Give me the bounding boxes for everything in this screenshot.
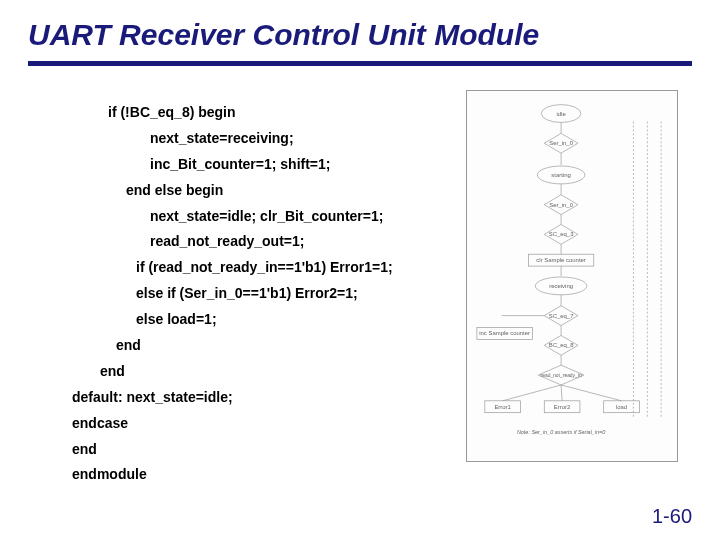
code-block: if (!BC_eq_8) begin next_state=receiving… (72, 100, 452, 488)
diagram-label: Error2 (554, 404, 571, 410)
diagram-label: BC_eq_8 (549, 342, 574, 348)
diagram-label: load (616, 404, 627, 410)
diagram-label: SC_eq_7 (549, 313, 574, 319)
code-line: end (72, 333, 452, 359)
diagram-label: idle (556, 111, 566, 117)
page-title: UART Receiver Control Unit Module (28, 18, 692, 51)
diagram-note: Note: Ser_in_0 asserts if Serial_in=0 (517, 429, 605, 435)
code-line: else if (Ser_in_0==1'b1) Error2=1; (72, 281, 452, 307)
code-line: end (72, 359, 452, 385)
code-line: default: next_state=idle; (72, 385, 452, 411)
diagram-label: inc Sample counter (479, 330, 530, 336)
code-line: end else begin (72, 178, 452, 204)
diagram-label: SC_eq_3 (549, 231, 574, 237)
code-line: next_state=idle; clr_Bit_counter=1; (72, 204, 452, 230)
state-diagram: idle Ser_in_0 starting Ser_in_0 SC_eq_3 … (466, 90, 678, 462)
code-line: read_not_ready_out=1; (72, 229, 452, 255)
page-number: 1-60 (652, 505, 692, 528)
code-line: end (72, 437, 452, 463)
svg-line-26 (561, 385, 621, 401)
diagram-label: receiving (549, 283, 573, 289)
code-line: if (read_not_ready_in==1'b1) Error1=1; (72, 255, 452, 281)
diagram-label: starting (551, 172, 570, 178)
diagram-label: Error1 (494, 404, 511, 410)
code-line: endmodule (72, 462, 452, 488)
svg-line-25 (561, 385, 562, 401)
code-line: inc_Bit_counter=1; shift=1; (72, 152, 452, 178)
title-divider (28, 61, 692, 66)
code-line: if (!BC_eq_8) begin (72, 100, 452, 126)
code-line: next_state=receiving; (72, 126, 452, 152)
diagram-label: Ser_in_0 (549, 140, 573, 146)
diagram-label: clr Sample counter (536, 257, 586, 263)
diagram-label: read_not_ready_in (541, 373, 582, 378)
svg-line-24 (503, 385, 561, 401)
code-line: else load=1; (72, 307, 452, 333)
diagram-label: Ser_in_0 (549, 202, 573, 208)
code-line: endcase (72, 411, 452, 437)
